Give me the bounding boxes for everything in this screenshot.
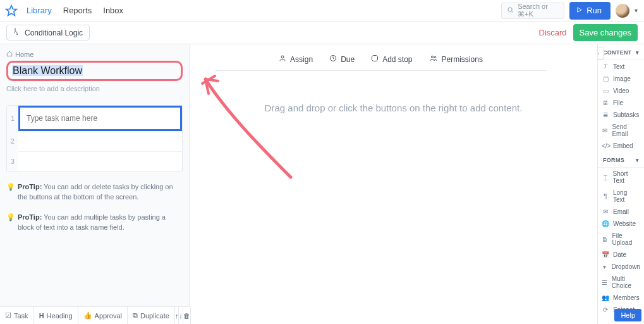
nav-library[interactable]: Library [27,6,52,15]
image-icon: ▢ [602,75,609,82]
multichoice-icon: ☰ [602,279,608,286]
content-video[interactable]: ▭Video [598,85,644,97]
code-icon: </> [602,142,609,149]
content-subtasks[interactable]: ≣Subtasks [598,109,644,121]
forms-section-header[interactable]: FORMS▾ [598,152,644,168]
help-button[interactable]: Help [614,309,641,321]
svg-line-2 [511,11,513,12]
task-number: 2 [7,131,18,151]
task-list: 1 2 3 [6,105,183,172]
run-label: Run [586,6,602,15]
task-toolbar: ☑Task HHeading 👍Approval ⧉Duplicate ↑ ↓ … [0,306,189,324]
avatar[interactable] [616,4,629,18]
form-website[interactable]: 🌐Website [598,218,644,230]
add-heading-button[interactable]: HHeading [34,307,78,324]
chevron-down-icon: ▾ [636,157,639,163]
content-image[interactable]: ▢Image [598,73,644,85]
longtext-icon: ¶ [602,193,609,200]
permissions-tab[interactable]: Permissions [429,54,483,64]
users-icon [429,54,438,64]
app-logo [3,2,20,20]
globe-icon: 🌐 [602,220,609,227]
svg-point-8 [431,56,433,58]
discard-button[interactable]: Discard [539,28,567,37]
task-number: 1 [7,106,18,131]
copy-icon: ⧉ [133,311,138,320]
video-icon: ▭ [602,87,609,94]
form-fileupload[interactable]: 🗎File Upload [598,230,644,249]
search-icon [507,6,514,15]
search-placeholder: Search or ⌘+K [518,3,559,18]
file-icon: 🗎 [602,99,609,106]
nav-reports[interactable]: Reports [63,6,92,15]
form-dropdown[interactable]: ▾Dropdown [598,261,644,273]
form-longtext[interactable]: ¶Long Text [598,187,644,206]
form-date[interactable]: 📅Date [598,249,644,261]
add-task-button[interactable]: ☑Task [0,307,34,324]
stop-icon [371,54,379,64]
calendar-icon: 📅 [602,251,609,258]
arrow-up-icon: ↑ [175,312,179,320]
chevron-down-icon: ▾ [636,49,639,56]
chevron-down-icon[interactable]: ▾ [635,7,638,14]
clock-icon [329,54,337,64]
mail-icon: ✉ [602,208,609,215]
svg-point-6 [281,56,284,58]
add-approval-button[interactable]: 👍Approval [78,307,128,324]
form-members[interactable]: 👥Members [598,292,644,304]
conditional-label: Conditional Logic [25,28,83,37]
breadcrumb[interactable]: Home [6,51,183,58]
list-icon: ≣ [602,111,609,118]
form-multichoice[interactable]: ☰Multi Choice [598,273,644,292]
svg-point-4 [15,28,16,29]
members-icon: 👥 [602,294,609,301]
search-input[interactable]: Search or ⌘+K [501,3,564,19]
checkbox-icon: ☑ [5,311,11,320]
svg-point-1 [508,8,512,11]
svg-marker-3 [578,8,581,12]
workflow-title-highlight: Blank Workflow [6,61,183,81]
form-shorttext[interactable]: ⌶Short Text [598,168,644,187]
branch-icon [13,28,21,37]
snippet-icon: ⟳ [602,306,609,313]
run-button[interactable]: Run [569,2,611,20]
workflow-title[interactable]: Blank Workflow [12,65,83,76]
text-icon: 𝑇 [602,63,609,70]
description-placeholder[interactable]: Click here to add a description [6,85,183,92]
thumbs-up-icon: 👍 [83,311,92,320]
content-text[interactable]: 𝑇Text [598,60,644,73]
svg-point-9 [434,56,436,58]
breadcrumb-home: Home [15,51,33,58]
svg-marker-0 [6,5,17,15]
dropdown-icon: ▾ [602,263,607,270]
content-embed[interactable]: </>Embed [598,140,644,152]
duplicate-button[interactable]: ⧉Duplicate [128,307,175,324]
arrow-down-icon: ↓ [179,312,183,320]
task-row-empty[interactable] [18,131,182,151]
form-email[interactable]: ✉Email [598,206,644,218]
empty-state-message: Drag and drop or click the buttons on th… [190,103,597,113]
task-row-active[interactable] [18,106,182,131]
heading-icon: H [39,312,44,320]
due-tab[interactable]: Due [329,54,355,64]
assign-tab[interactable]: Assign [279,54,313,64]
content-sendemail[interactable]: ✉Send Email [598,121,644,140]
bulb-icon: 💡 [6,182,15,202]
protip: 💡 ProTip: You can add multiple tasks by … [6,213,183,233]
home-icon [6,51,13,58]
svg-point-5 [17,34,18,35]
bulb-icon: 💡 [6,213,15,233]
content-section-header[interactable]: CONTENT▾ [598,44,644,60]
task-row-empty[interactable] [18,151,182,171]
conditional-logic-button[interactable]: Conditional Logic [6,25,90,40]
addstop-tab[interactable]: Add stop [371,54,412,64]
nav-inbox[interactable]: Inbox [103,6,123,15]
task-name-input[interactable] [24,111,176,125]
task-number: 3 [7,151,18,171]
save-button[interactable]: Save changes [573,24,638,41]
protip: 💡 ProTip: You can add or delete tasks by… [6,182,183,202]
annotation-arrow [196,70,297,184]
shorttext-icon: ⌶ [602,174,609,181]
collapse-panel-button[interactable]: › [597,47,604,59]
content-file[interactable]: 🗎File [598,97,644,109]
